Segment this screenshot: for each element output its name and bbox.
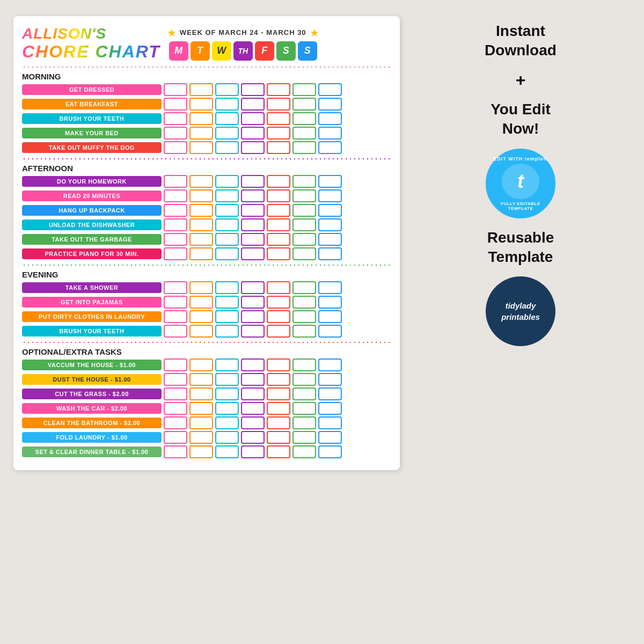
checkbox[interactable] [215,402,239,415]
checkbox[interactable] [189,233,213,246]
checkbox[interactable] [292,373,316,386]
checkbox[interactable] [241,175,265,188]
checkbox[interactable] [318,325,342,338]
checkbox[interactable] [267,358,290,371]
checkbox[interactable] [189,98,213,111]
checkbox[interactable] [292,175,316,188]
checkbox[interactable] [215,445,239,458]
checkbox[interactable] [318,402,342,415]
checkbox[interactable] [164,204,187,217]
checkbox[interactable] [292,247,316,260]
checkbox[interactable] [318,281,342,294]
checkbox[interactable] [318,127,342,140]
checkbox[interactable] [267,204,290,217]
checkbox[interactable] [241,445,265,458]
checkbox[interactable] [241,281,265,294]
checkbox[interactable] [215,281,239,294]
checkbox[interactable] [215,141,239,154]
checkbox[interactable] [267,247,290,260]
checkbox[interactable] [189,175,213,188]
checkbox[interactable] [215,310,239,323]
checkbox[interactable] [164,416,187,429]
checkbox[interactable] [189,189,213,202]
checkbox[interactable] [267,175,290,188]
checkbox[interactable] [164,387,187,400]
checkbox[interactable] [215,373,239,386]
checkbox[interactable] [189,281,213,294]
checkbox[interactable] [189,373,213,386]
checkbox[interactable] [241,189,265,202]
checkbox[interactable] [189,325,213,338]
checkbox[interactable] [189,204,213,217]
checkbox[interactable] [189,431,213,444]
checkbox[interactable] [292,218,316,231]
checkbox[interactable] [189,402,213,415]
checkbox[interactable] [241,373,265,386]
checkbox[interactable] [267,431,290,444]
checkbox[interactable] [189,218,213,231]
checkbox[interactable] [241,358,265,371]
checkbox[interactable] [318,175,342,188]
checkbox[interactable] [241,204,265,217]
checkbox[interactable] [241,387,265,400]
checkbox[interactable] [164,373,187,386]
checkbox[interactable] [215,218,239,231]
checkbox[interactable] [215,175,239,188]
checkbox[interactable] [189,141,213,154]
checkbox[interactable] [164,402,187,415]
checkbox[interactable] [267,387,290,400]
checkbox[interactable] [241,431,265,444]
checkbox[interactable] [164,83,187,96]
checkbox[interactable] [318,445,342,458]
checkbox[interactable] [318,373,342,386]
checkbox[interactable] [189,296,213,309]
checkbox[interactable] [292,98,316,111]
checkbox[interactable] [241,233,265,246]
checkbox[interactable] [267,189,290,202]
checkbox[interactable] [164,112,187,125]
checkbox[interactable] [241,127,265,140]
checkbox[interactable] [267,281,290,294]
checkbox[interactable] [292,445,316,458]
checkbox[interactable] [267,141,290,154]
checkbox[interactable] [318,218,342,231]
checkbox[interactable] [267,233,290,246]
checkbox[interactable] [267,445,290,458]
checkbox[interactable] [292,402,316,415]
checkbox[interactable] [241,83,265,96]
checkbox[interactable] [292,325,316,338]
checkbox[interactable] [215,247,239,260]
checkbox[interactable] [318,416,342,429]
checkbox[interactable] [215,431,239,444]
checkbox[interactable] [241,218,265,231]
checkbox[interactable] [267,127,290,140]
checkbox[interactable] [292,281,316,294]
checkbox[interactable] [241,325,265,338]
checkbox[interactable] [164,281,187,294]
checkbox[interactable] [241,112,265,125]
checkbox[interactable] [215,127,239,140]
checkbox[interactable] [318,141,342,154]
checkbox[interactable] [241,247,265,260]
checkbox[interactable] [241,98,265,111]
checkbox[interactable] [267,296,290,309]
checkbox[interactable] [164,296,187,309]
checkbox[interactable] [292,189,316,202]
checkbox[interactable] [267,325,290,338]
checkbox[interactable] [241,416,265,429]
checkbox[interactable] [267,402,290,415]
checkbox[interactable] [318,247,342,260]
checkbox[interactable] [164,445,187,458]
checkbox[interactable] [189,83,213,96]
checkbox[interactable] [292,233,316,246]
checkbox[interactable] [189,416,213,429]
checkbox[interactable] [318,233,342,246]
checkbox[interactable] [164,175,187,188]
checkbox[interactable] [215,387,239,400]
checkbox[interactable] [164,127,187,140]
checkbox[interactable] [318,431,342,444]
checkbox[interactable] [267,310,290,323]
checkbox[interactable] [164,247,187,260]
checkbox[interactable] [318,83,342,96]
checkbox[interactable] [215,189,239,202]
